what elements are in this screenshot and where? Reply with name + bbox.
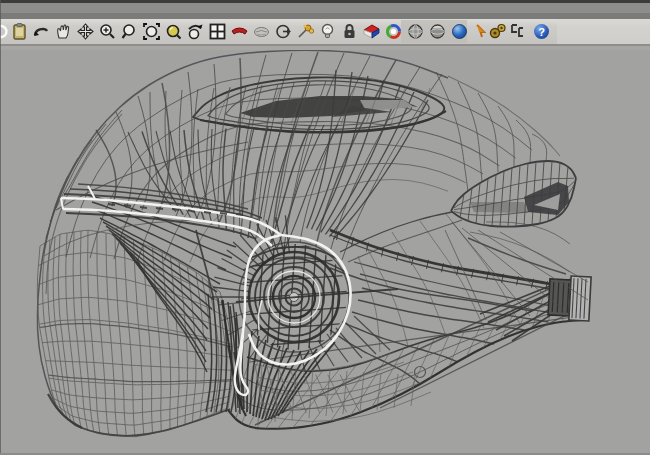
svg-text:?: ? <box>538 26 545 38</box>
